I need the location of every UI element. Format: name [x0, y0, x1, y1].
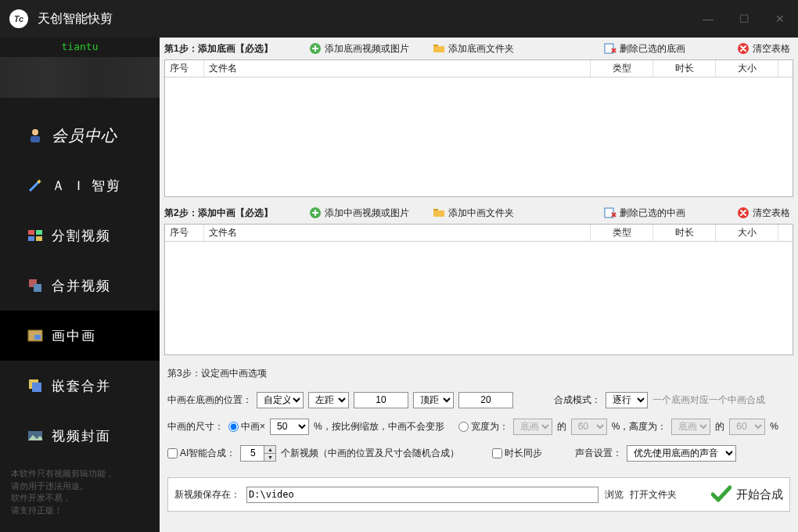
mode-select[interactable]: 逐行	[606, 392, 648, 408]
minimize-button[interactable]: —	[690, 7, 726, 31]
svg-rect-2	[28, 230, 34, 235]
th-type[interactable]: 类型	[591, 225, 653, 241]
step1-label: 第1步：添加底画【必选】	[164, 42, 273, 56]
sidebar-label: 视频封面	[52, 427, 111, 445]
step1-clear-button[interactable]: 清空表格	[734, 41, 793, 56]
svg-rect-20	[433, 210, 444, 217]
step2-add-folder-button[interactable]: 添加中画文件夹	[430, 205, 517, 221]
ai-count-input[interactable]	[241, 446, 264, 461]
th-duration[interactable]: 时长	[653, 60, 716, 77]
spin-down-icon[interactable]: ▼	[264, 454, 275, 461]
wand-icon	[27, 177, 44, 194]
top-select[interactable]: 顶距	[413, 392, 454, 408]
size-label: 中画的尺寸：	[167, 420, 224, 433]
sidebar-label: 画中画	[52, 327, 96, 345]
folder-icon	[433, 207, 445, 219]
sidebar-item-nest[interactable]: 嵌套合并	[0, 361, 160, 411]
step2-clear-button[interactable]: 清空表格	[734, 205, 793, 221]
svg-rect-7	[34, 284, 41, 292]
pip-icon	[27, 327, 44, 344]
step1-header: 第1步：添加底画【必选】 添加底画视频或图片 添加底画文件夹 删除已选的底画	[160, 38, 798, 59]
sidebar-label: 合并视频	[52, 277, 111, 295]
step2-delete-button[interactable]: 删除已选的中画	[601, 205, 688, 221]
ai-count-spinner[interactable]: ▲▼	[240, 445, 276, 462]
th-spacer	[778, 60, 793, 77]
svg-rect-4	[28, 236, 34, 241]
th-index[interactable]: 序号	[165, 225, 204, 241]
sidebar-item-cover[interactable]: 视频封面	[0, 411, 160, 461]
plus-icon	[309, 207, 322, 219]
btn-label: 开始合成	[736, 487, 783, 502]
open-folder-button[interactable]: 打开文件夹	[630, 488, 677, 501]
step1-add-media-button[interactable]: 添加底画视频或图片	[306, 41, 412, 56]
ai-suffix: 个新视频（中画的位置及尺寸会随机合成）	[281, 447, 459, 460]
btn-label: 清空表格	[753, 42, 790, 56]
maximize-button[interactable]: ☐	[726, 7, 762, 31]
sidebar-item-merge[interactable]: 合并视频	[0, 261, 160, 311]
step1-delete-button[interactable]: 删除已选的底画	[601, 41, 688, 56]
btn-label: 添加中画文件夹	[448, 207, 514, 220]
btn-label: 删除已选的中画	[620, 207, 685, 220]
merge-icon	[27, 277, 44, 294]
sidebar-label: 嵌套合并	[52, 377, 111, 395]
btn-label: 添加底画视频或图片	[325, 42, 409, 56]
delete-icon	[604, 207, 616, 219]
mode-label: 合成模式：	[554, 394, 601, 407]
th-spacer	[778, 225, 793, 241]
sidebar-item-split[interactable]: 分割视频	[0, 210, 160, 261]
step1-table[interactable]: 序号 文件名 类型 时长 大小	[164, 59, 793, 197]
ai-compose-checkbox[interactable]: AI智能合成：	[167, 447, 235, 460]
titlebar: Tc 天创智能快剪 — ☐ ✕	[0, 0, 798, 38]
size-scale-radio[interactable]: 中画×	[228, 420, 265, 433]
close-button[interactable]: ✕	[762, 7, 798, 31]
audio-select[interactable]: 优先使用底画的声音	[627, 445, 736, 462]
user-info-blur	[0, 57, 160, 98]
bottom-bar: 新视频保存在： 浏览 打开文件夹 开始合成	[167, 477, 790, 512]
svg-rect-3	[36, 230, 42, 235]
sync-duration-checkbox[interactable]: 时长同步	[492, 447, 542, 460]
th-size[interactable]: 大小	[716, 60, 778, 77]
wh-width-base-select[interactable]: 底画	[513, 419, 552, 435]
start-compose-button[interactable]: 开始合成	[711, 485, 783, 505]
username-label: tiantu	[0, 41, 160, 52]
th-index[interactable]: 序号	[165, 60, 204, 77]
sidebar-label: Ａ Ｉ 智剪	[52, 177, 121, 195]
step2-label: 第2步：添加中画【必选】	[164, 207, 273, 220]
th-filename[interactable]: 文件名	[204, 60, 591, 77]
save-path-label: 新视频保存在：	[174, 488, 240, 501]
btn-label: 删除已选的底画	[620, 42, 685, 56]
step3-label: 第3步：设定画中画选项	[167, 367, 267, 380]
spin-up-icon[interactable]: ▲	[264, 446, 275, 454]
pos-mode-select[interactable]: 自定义	[257, 392, 304, 408]
clear-icon	[737, 207, 749, 219]
th-filename[interactable]: 文件名	[204, 225, 591, 241]
clear-icon	[737, 42, 749, 55]
step2-table[interactable]: 序号 文件名 类型 时长 大小	[164, 224, 793, 355]
btn-label: 添加底画文件夹	[448, 42, 514, 56]
th-type[interactable]: 类型	[591, 60, 653, 77]
wh-width-select[interactable]: 60	[571, 419, 607, 435]
save-path-input[interactable]	[246, 487, 598, 503]
sidebar-item-pip[interactable]: 画中画	[0, 311, 160, 361]
scale-select[interactable]: 50	[270, 419, 309, 435]
step1-add-folder-button[interactable]: 添加底画文件夹	[430, 41, 517, 56]
app-title: 天创智能快剪	[38, 11, 113, 27]
th-size[interactable]: 大小	[716, 225, 778, 241]
th-duration[interactable]: 时长	[653, 225, 716, 241]
check-icon	[711, 485, 732, 505]
top-input[interactable]	[458, 392, 513, 408]
sidebar-item-ai[interactable]: Ａ Ｉ 智剪	[0, 160, 160, 210]
wh-height-base-select[interactable]: 底画	[671, 419, 710, 435]
browse-button[interactable]: 浏览	[605, 488, 624, 501]
step2-add-media-button[interactable]: 添加中画视频或图片	[306, 205, 412, 221]
cover-icon	[27, 427, 44, 444]
wh-height-select[interactable]: 60	[729, 419, 765, 435]
scale-suffix: %，按比例缩放，中画不会变形	[314, 420, 444, 433]
svg-rect-5	[36, 236, 42, 241]
sidebar-item-vip[interactable]: 会员中心	[0, 110, 160, 160]
sidebar: tiantu 会员中心 Ａ Ｉ 智剪 分割视频 合并视频	[0, 38, 160, 532]
left-select[interactable]: 左距	[308, 392, 349, 408]
left-input[interactable]	[354, 392, 408, 408]
nest-icon	[27, 377, 44, 394]
size-wh-radio[interactable]: 宽度为：	[458, 420, 509, 433]
